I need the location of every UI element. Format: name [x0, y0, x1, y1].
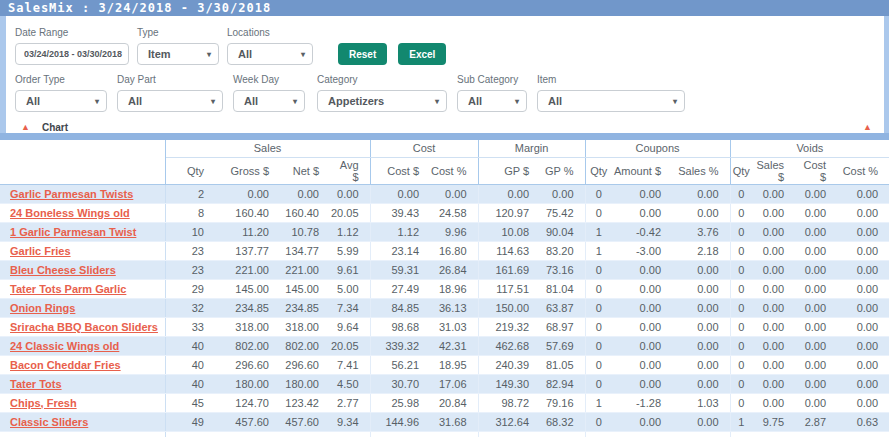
filter-group-date-range: Date Range	[15, 27, 129, 65]
cell: 312.64	[478, 412, 540, 431]
cell: 161.69	[478, 260, 540, 279]
group-header-margin: Margin	[478, 140, 585, 157]
cell: 145.00	[280, 279, 330, 298]
cell: 0	[730, 203, 752, 222]
cell: 0.00	[752, 355, 795, 374]
item-link[interactable]: 1 Garlic Parmesan Twist	[10, 226, 136, 238]
item-link[interactable]: Chips, Fresh	[10, 397, 77, 409]
selected-value: All	[468, 95, 482, 107]
item-select[interactable]: All▾	[537, 90, 685, 112]
cell: 1	[585, 241, 612, 260]
excel-button[interactable]: Excel	[398, 43, 446, 65]
cell: 0.00	[612, 412, 672, 431]
date-range-input[interactable]	[15, 43, 129, 65]
cell: 180.00	[215, 374, 280, 393]
type-select[interactable]: Item▾	[137, 43, 219, 65]
cell: 0.00	[795, 393, 837, 412]
chevron-down-icon: ▾	[515, 97, 519, 106]
cell: 18.68	[430, 431, 478, 437]
filter-group-week-day: Week DayAll▾	[233, 74, 305, 112]
cell: 82.94	[540, 374, 585, 393]
table-row: Bleu Cheese Sliders23221.00221.009.6159.…	[0, 260, 889, 279]
cell: 40	[165, 336, 215, 355]
item-link[interactable]: Tater Tots	[10, 378, 62, 390]
cell: 0.00	[672, 260, 730, 279]
cell: 56.21	[370, 355, 430, 374]
filter-label: Type	[137, 27, 219, 38]
order-type-select[interactable]: All▾	[15, 90, 107, 112]
cell: 20.05	[330, 203, 370, 222]
item-cell: Chips, Fresh	[0, 393, 165, 412]
cell: 0.45	[795, 431, 837, 437]
cell: 27.49	[370, 279, 430, 298]
cell: 180.00	[280, 374, 330, 393]
chart-collapse-icon[interactable]: ▲	[21, 123, 30, 132]
item-link[interactable]: Tater Tots Parm Garlic	[10, 283, 126, 295]
cell: 18.96	[430, 279, 478, 298]
chevron-down-icon: ▾	[301, 50, 305, 59]
cell: 462.68	[478, 336, 540, 355]
cell: 0.00	[752, 279, 795, 298]
item-link[interactable]: 24 Classic Wings old	[10, 340, 119, 352]
filter-label: Sub Category	[457, 74, 527, 85]
cell: 20.05	[330, 336, 370, 355]
cell: 0.00	[672, 355, 730, 374]
table-row: Garlic Fries23137.77134.775.9923.1416.80…	[0, 241, 889, 260]
locations-select[interactable]: All▾	[227, 43, 313, 65]
cell: 0.00	[672, 279, 730, 298]
cell: 120.97	[478, 203, 540, 222]
cell: 2.87	[795, 412, 837, 431]
cell: 0.00	[795, 336, 837, 355]
item-link[interactable]: Sriracha BBQ Bacon Sliders	[10, 321, 158, 333]
cell: 33	[165, 317, 215, 336]
cell: 0.00	[612, 260, 672, 279]
item-link[interactable]: Classic Sliders	[10, 416, 88, 428]
cell: 234.85	[280, 298, 330, 317]
cell: 123.42	[280, 393, 330, 412]
cell: 0.00	[612, 355, 672, 374]
item-link[interactable]: Bacon Cheddar Fries	[10, 359, 121, 371]
item-link[interactable]: Onion Rings	[10, 302, 75, 314]
item-link[interactable]: Garlic Parmesan Twists	[10, 188, 133, 200]
cell: 2.18	[672, 241, 730, 260]
filter-row-1: Date RangeTypeItem▾LocationsAll▾ResetExc…	[6, 16, 884, 65]
cell: 150.00	[478, 298, 540, 317]
item-cell: Sriracha BBQ Bacon Sliders	[0, 317, 165, 336]
item-cell: 24 Boneless Wings old	[0, 203, 165, 222]
cell: 0.00	[837, 336, 889, 355]
item-link[interactable]: Garlic Fries	[10, 245, 71, 257]
chart-toggle-label[interactable]: Chart	[42, 122, 68, 133]
filter-label: Date Range	[15, 27, 129, 38]
cell: 0.00	[752, 260, 795, 279]
cell: 84.85	[370, 298, 430, 317]
day-part-select[interactable]: All▾	[117, 90, 223, 112]
cell: 1	[585, 393, 612, 412]
sub-category-select[interactable]: All▾	[457, 90, 527, 112]
cell: 1.12	[330, 222, 370, 241]
panel-collapse-icon[interactable]: ▲	[863, 123, 872, 132]
cell: 0	[730, 355, 752, 374]
item-link[interactable]: Bleu Cheese Sliders	[10, 264, 116, 276]
cell: 25.98	[370, 393, 430, 412]
week-day-select[interactable]: All▾	[233, 90, 305, 112]
cell: 149.30	[478, 374, 540, 393]
cell: 0.00	[612, 184, 672, 203]
category-select[interactable]: Appetizers▾	[317, 90, 447, 112]
item-link[interactable]: 24 Boneless Wings old	[10, 207, 130, 219]
chevron-down-icon: ▾	[293, 97, 297, 106]
filter-panel: Date RangeTypeItem▾LocationsAll▾ResetExc…	[0, 16, 889, 133]
cell: 802.00	[215, 336, 280, 355]
cell: 68.32	[540, 412, 585, 431]
cell: 42.31	[430, 336, 478, 355]
table-row: Garlic Parmesan Twists20.000.000.000.000…	[0, 184, 889, 203]
filter-group-sub-category: Sub CategoryAll▾	[457, 74, 527, 112]
cell: 318.00	[215, 317, 280, 336]
cell: 0.00	[837, 279, 889, 298]
cell: 79.16	[540, 393, 585, 412]
cell: 0.00	[837, 241, 889, 260]
cell: 0.00	[752, 374, 795, 393]
cell: 29	[165, 279, 215, 298]
filter-group-item: ItemAll▾	[537, 74, 685, 112]
reset-button[interactable]: Reset	[338, 43, 387, 65]
cell: 0	[730, 241, 752, 260]
